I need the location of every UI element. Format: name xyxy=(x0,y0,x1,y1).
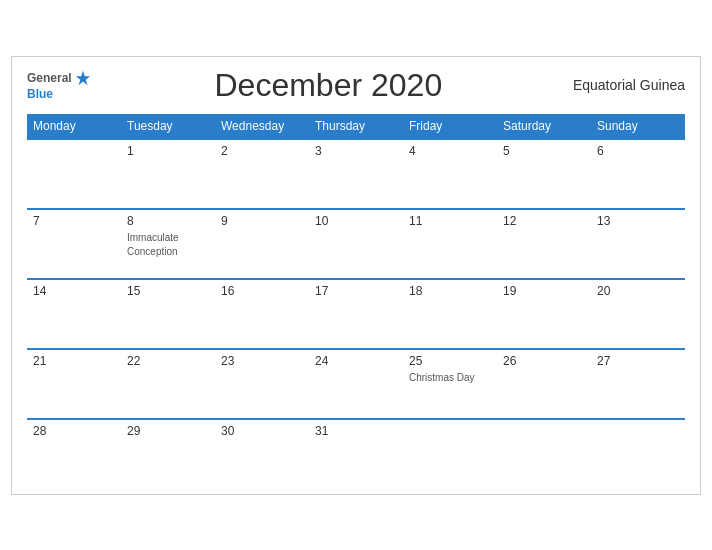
table-row: 11 xyxy=(403,209,497,279)
cell-number: 18 xyxy=(409,284,491,298)
cell-number: 15 xyxy=(127,284,209,298)
week-row-4: 28293031 xyxy=(27,419,685,479)
table-row: 30 xyxy=(215,419,309,479)
col-tuesday: Tuesday xyxy=(121,114,215,139)
table-row xyxy=(497,419,591,479)
cell-number: 13 xyxy=(597,214,679,228)
cell-number: 6 xyxy=(597,144,679,158)
col-monday: Monday xyxy=(27,114,121,139)
cell-number: 19 xyxy=(503,284,585,298)
cell-number: 29 xyxy=(127,424,209,438)
cell-number: 22 xyxy=(127,354,209,368)
cell-number: 1 xyxy=(127,144,209,158)
table-row: 12 xyxy=(497,209,591,279)
table-row: 2 xyxy=(215,139,309,209)
week-row-2: 14151617181920 xyxy=(27,279,685,349)
table-row: 17 xyxy=(309,279,403,349)
cell-number: 30 xyxy=(221,424,303,438)
week-row-3: 2122232425Christmas Day2627 xyxy=(27,349,685,419)
week-row-0: 123456 xyxy=(27,139,685,209)
col-sunday: Sunday xyxy=(591,114,685,139)
table-row: 5 xyxy=(497,139,591,209)
table-row: 10 xyxy=(309,209,403,279)
table-row: 21 xyxy=(27,349,121,419)
table-row: 15 xyxy=(121,279,215,349)
table-row: 18 xyxy=(403,279,497,349)
table-row: 7 xyxy=(27,209,121,279)
table-row: 27 xyxy=(591,349,685,419)
cell-number: 17 xyxy=(315,284,397,298)
cell-number: 4 xyxy=(409,144,491,158)
table-row: 29 xyxy=(121,419,215,479)
logo-flag-icon xyxy=(74,69,92,87)
cell-number: 12 xyxy=(503,214,585,228)
header-row: Monday Tuesday Wednesday Thursday Friday… xyxy=(27,114,685,139)
table-row: 16 xyxy=(215,279,309,349)
table-row: 26 xyxy=(497,349,591,419)
week-row-1: 78Immaculate Conception910111213 xyxy=(27,209,685,279)
calendar-header: General Blue December 2020 Equatorial Gu… xyxy=(27,67,685,104)
cell-number: 9 xyxy=(221,214,303,228)
cell-event: Immaculate Conception xyxy=(127,232,179,257)
cell-number: 10 xyxy=(315,214,397,228)
table-row: 13 xyxy=(591,209,685,279)
col-saturday: Saturday xyxy=(497,114,591,139)
table-row xyxy=(591,419,685,479)
table-row: 22 xyxy=(121,349,215,419)
table-row: 9 xyxy=(215,209,309,279)
logo: General Blue xyxy=(27,69,92,101)
cell-number: 31 xyxy=(315,424,397,438)
table-row: 28 xyxy=(27,419,121,479)
cell-number: 16 xyxy=(221,284,303,298)
cell-number: 26 xyxy=(503,354,585,368)
cell-number: 5 xyxy=(503,144,585,158)
cell-number: 21 xyxy=(33,354,115,368)
table-row xyxy=(403,419,497,479)
cell-number: 28 xyxy=(33,424,115,438)
table-row: 1 xyxy=(121,139,215,209)
cell-number: 27 xyxy=(597,354,679,368)
cell-number: 25 xyxy=(409,354,491,368)
logo-blue-text: Blue xyxy=(27,87,53,101)
table-row: 8Immaculate Conception xyxy=(121,209,215,279)
col-friday: Friday xyxy=(403,114,497,139)
cell-number: 11 xyxy=(409,214,491,228)
cell-number: 7 xyxy=(33,214,115,228)
svg-marker-0 xyxy=(76,71,90,85)
logo-general-text: General xyxy=(27,71,72,85)
table-row: 23 xyxy=(215,349,309,419)
table-row: 6 xyxy=(591,139,685,209)
cell-number: 14 xyxy=(33,284,115,298)
calendar-title: December 2020 xyxy=(92,67,565,104)
cell-number: 24 xyxy=(315,354,397,368)
col-thursday: Thursday xyxy=(309,114,403,139)
table-row: 25Christmas Day xyxy=(403,349,497,419)
table-row: 4 xyxy=(403,139,497,209)
table-row: 3 xyxy=(309,139,403,209)
table-row: 20 xyxy=(591,279,685,349)
table-row: 14 xyxy=(27,279,121,349)
cell-number: 20 xyxy=(597,284,679,298)
calendar-container: General Blue December 2020 Equatorial Gu… xyxy=(11,56,701,495)
table-row: 24 xyxy=(309,349,403,419)
table-row xyxy=(27,139,121,209)
cell-number: 23 xyxy=(221,354,303,368)
col-wednesday: Wednesday xyxy=(215,114,309,139)
calendar-grid: Monday Tuesday Wednesday Thursday Friday… xyxy=(27,114,685,479)
cell-number: 3 xyxy=(315,144,397,158)
cell-number: 8 xyxy=(127,214,209,228)
table-row: 31 xyxy=(309,419,403,479)
country-name: Equatorial Guinea xyxy=(565,77,685,93)
table-row: 19 xyxy=(497,279,591,349)
cell-event: Christmas Day xyxy=(409,372,475,383)
cell-number: 2 xyxy=(221,144,303,158)
